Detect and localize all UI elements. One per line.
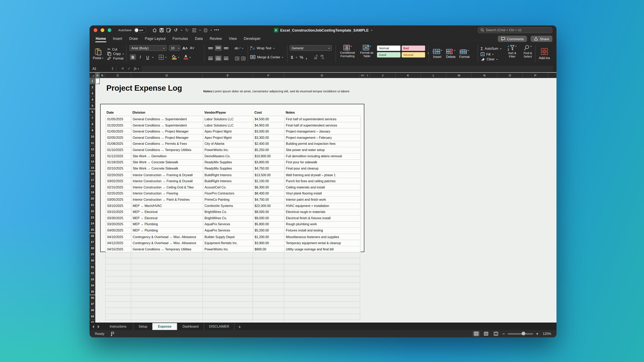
table-cell[interactable]: MEP → Mech/HVAC [132, 203, 203, 209]
empty-cell[interactable] [105, 252, 131, 258]
table-cell[interactable]: AcoustiCeil Co. [203, 184, 253, 190]
table-cell[interactable]: PrimeCo Painting [203, 197, 253, 203]
empty-cell[interactable] [253, 320, 284, 321]
table-cell[interactable]: Rough plumbing work [284, 222, 361, 227]
table-cell[interactable]: $3,000.00 [253, 129, 284, 135]
conditional-formatting-button[interactable]: Conditional Formatting [338, 45, 356, 58]
row-header-11[interactable]: 11 [90, 140, 96, 146]
table-cell[interactable]: $3,900.00 [253, 240, 284, 246]
table-cell[interactable]: $4,950.00 [253, 122, 284, 128]
cell-style-good[interactable]: Good [377, 52, 400, 57]
table-cell[interactable]: 01/10/2025 [106, 147, 132, 153]
column-header-B[interactable]: B [100, 73, 105, 78]
row-header-13[interactable]: 13 [90, 152, 96, 159]
empty-cell[interactable] [105, 302, 131, 307]
table-cell[interactable]: $9,000.00 [253, 215, 284, 221]
row-header-33[interactable]: 33 [90, 276, 96, 283]
table-cell[interactable]: General Conditions → Project Manager [132, 135, 203, 141]
row-header-9[interactable]: 9 [90, 127, 96, 134]
table-cell[interactable]: Final half of superintendent services [284, 122, 361, 128]
table-cell[interactable]: AquaPro Services [203, 222, 253, 227]
table-cell[interactable]: Builder Supply Depot [203, 234, 253, 240]
sheet-nav-right-icon[interactable] [98, 325, 100, 328]
table-cell[interactable]: Apex Project Mgmt [203, 135, 253, 141]
align-options-chevron-icon[interactable] [199, 30, 201, 31]
table-cell[interactable]: Contingency & Overhead → Misc. Allowance [132, 240, 203, 246]
empty-cell[interactable] [131, 302, 203, 307]
table-cell[interactable]: ComfortAir Systems [203, 203, 253, 209]
sheet-tab-instructions[interactable]: Instructions [103, 323, 133, 330]
empty-cell[interactable] [203, 302, 253, 307]
row-header-18[interactable]: 18 [90, 183, 96, 190]
empty-cell[interactable] [203, 296, 253, 301]
row-header-30[interactable]: 30 [90, 258, 96, 264]
column-header-M[interactable]: M [446, 73, 472, 78]
decrease-indent-button[interactable] [234, 54, 240, 62]
italic-button[interactable]: I [137, 54, 144, 60]
row-header-40[interactable]: 40 [90, 320, 96, 323]
ribbon-tab-view[interactable]: View [228, 35, 237, 42]
empty-cell[interactable] [203, 277, 253, 283]
page-layout-view-button[interactable] [483, 331, 490, 337]
table-cell[interactable]: General Conditions → Temporary Utilities [132, 147, 203, 153]
table-cell[interactable]: 01/20/2025 [106, 122, 132, 128]
empty-cell[interactable] [284, 314, 360, 320]
row-header-12[interactable]: 12 [90, 146, 96, 152]
table-cell[interactable]: Temporary equipment rental & cleanup [284, 240, 361, 246]
table-cell[interactable]: Labor Solutions LLC [203, 116, 253, 122]
table-cell[interactable]: Full demolition including debris removal [284, 153, 361, 159]
copy-button[interactable]: Copy [108, 52, 124, 56]
table-cell[interactable]: AquaPro Services [203, 228, 253, 234]
empty-cell[interactable] [203, 289, 253, 295]
comments-button[interactable]: Comments [498, 36, 527, 42]
empty-cell[interactable] [253, 302, 284, 307]
sort-filter-button[interactable]: AZ Sort & Filter [506, 45, 518, 58]
column-header-H[interactable]: H [360, 73, 365, 78]
active-cell-a1[interactable] [95, 78, 100, 84]
empty-cell[interactable] [284, 289, 360, 295]
sheet-tab-dashboard[interactable]: Dashboard [177, 323, 204, 330]
home-icon[interactable] [152, 27, 156, 33]
add-sheet-button[interactable]: + [234, 323, 245, 330]
table-cell[interactable]: 01/08/2025 [106, 141, 132, 147]
table-cell[interactable]: First half of superintendent services [284, 116, 361, 122]
empty-cell[interactable] [131, 320, 203, 321]
align-top-button[interactable] [207, 45, 214, 51]
ribbon-tab-page-layout[interactable]: Page Layout [144, 35, 166, 42]
empty-cell[interactable] [253, 314, 284, 320]
table-cell[interactable]: $4,750.00 [253, 166, 284, 172]
increase-decimal-button[interactable]: ←0.00 [314, 54, 317, 59]
insert-cells-button[interactable]: Insert [432, 49, 442, 59]
table-cell[interactable]: 04/12/2025 [106, 240, 132, 246]
empty-cell[interactable] [131, 289, 203, 295]
table-cell[interactable]: 02/05/2025 [106, 135, 132, 141]
empty-cell[interactable] [253, 271, 284, 276]
format-cells-button[interactable]: Format [459, 49, 470, 59]
empty-cell[interactable] [131, 252, 203, 258]
comma-style-button[interactable]: , [306, 54, 307, 59]
fill-button[interactable]: Fill [480, 52, 502, 56]
autosum-button[interactable]: Σ AutoSum [480, 46, 502, 51]
row-header-35[interactable]: 35 [90, 289, 96, 295]
table-cell[interactable]: Interior Construction → Flooring [132, 191, 203, 196]
empty-cell[interactable] [105, 258, 131, 264]
empty-cell[interactable] [105, 277, 131, 283]
table-cell[interactable]: 01/18/2025 [106, 160, 132, 166]
find-select-button[interactable]: Find & Select [522, 45, 534, 58]
close-button[interactable] [94, 28, 97, 32]
autosave-control[interactable]: AutoSave OFF [118, 27, 146, 33]
autosave-toggle[interactable]: OFF [134, 27, 146, 33]
empty-cell[interactable] [284, 283, 360, 289]
table-cell[interactable]: MEP → Plumbing [132, 228, 203, 234]
empty-cell[interactable] [253, 283, 284, 289]
confirm-entry-icon[interactable]: ✓ [128, 66, 130, 71]
underline-button[interactable]: U [144, 54, 151, 60]
sheet-tab-setup[interactable]: Setup [133, 323, 152, 330]
empty-cell[interactable] [131, 277, 203, 283]
row-header-3[interactable]: 3 [90, 90, 96, 96]
empty-cell[interactable] [284, 258, 360, 264]
title-chevron-icon[interactable] [371, 30, 372, 31]
function-chevron-icon[interactable] [138, 68, 139, 70]
table-cell[interactable]: General Conditions → Temporary Utilities [132, 246, 203, 252]
bold-button[interactable]: B [130, 54, 136, 60]
